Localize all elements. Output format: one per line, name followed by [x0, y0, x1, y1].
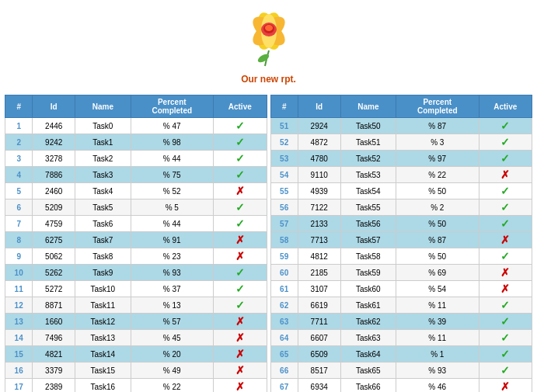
cross-icon: ✗: [235, 380, 245, 392]
page-subtitle: Our new rpt.: [0, 74, 537, 85]
check-icon: ✓: [500, 250, 510, 262]
table-row: 66: [270, 363, 298, 379]
cross-icon: ✗: [235, 315, 245, 328]
check-icon: ✓: [500, 152, 510, 165]
cross-icon: ✗: [500, 283, 510, 295]
table-row: 15: [5, 346, 33, 363]
table-row: 1660: [33, 314, 75, 330]
table-row: ✓: [479, 199, 532, 216]
table-row: ✓: [214, 199, 267, 216]
table-row: 9110: [298, 167, 340, 183]
table-row: 2: [5, 134, 33, 151]
cross-icon: ✗: [500, 266, 510, 279]
table-row: 7: [5, 216, 33, 232]
table-row: Task50: [340, 118, 396, 134]
table-row: Task1: [75, 134, 131, 151]
table-row: 6934: [298, 379, 340, 393]
table-row: 4872: [298, 134, 340, 151]
col-header-num-right: #: [270, 95, 298, 118]
table-row: ✗: [214, 330, 267, 346]
check-icon: ✓: [235, 217, 245, 230]
table-row: ✗: [479, 265, 532, 281]
table-row: ✓: [214, 297, 267, 314]
table-row: ✗: [479, 167, 532, 183]
table-row: 7496: [33, 330, 75, 346]
table-row: % 97: [396, 151, 479, 167]
table-row: 61: [270, 281, 298, 297]
table-row: 11: [5, 281, 33, 297]
table-row: 8: [5, 232, 33, 248]
table-row: 2460: [33, 183, 75, 199]
table-row: 53: [270, 151, 298, 167]
table-row: % 50: [396, 248, 479, 265]
table-row: Task54: [340, 183, 396, 199]
check-icon: ✓: [235, 266, 245, 279]
table-row: ✓: [214, 216, 267, 232]
check-icon: ✓: [500, 217, 510, 230]
table-row: ✗: [214, 363, 267, 379]
table-row: 10: [5, 265, 33, 281]
table-row: Task56: [340, 216, 396, 232]
table-row: 4: [5, 167, 33, 183]
table-row: 2446: [33, 118, 75, 134]
check-icon: ✓: [235, 299, 245, 311]
cross-icon: ✗: [235, 250, 245, 262]
table-row: ✓: [214, 167, 267, 183]
table-row: % 47: [131, 118, 213, 134]
table-row: Task13: [75, 330, 131, 346]
table-row: 8871: [33, 297, 75, 314]
table-row: Task14: [75, 346, 131, 363]
right-table: # Id Name PercentCompleted Active 512924…: [270, 95, 533, 392]
check-icon: ✓: [500, 136, 510, 148]
col-header-id-right: Id: [298, 95, 340, 118]
table-row: 5062: [33, 248, 75, 265]
table-row: 2133: [298, 216, 340, 232]
col-header-active-right: Active: [479, 95, 532, 118]
col-header-name-right: Name: [340, 95, 396, 118]
table-row: Task66: [340, 379, 396, 393]
table-row: ✓: [479, 183, 532, 199]
table-row: 3278: [33, 151, 75, 167]
table-row: % 52: [131, 183, 213, 199]
table-row: 4821: [33, 346, 75, 363]
table-row: 55: [270, 183, 298, 199]
table-row: 8517: [298, 363, 340, 379]
table-row: 3379: [33, 363, 75, 379]
table-row: Task0: [75, 118, 131, 134]
table-row: Task62: [340, 314, 396, 330]
table-row: ✗: [479, 281, 532, 297]
table-row: 9: [5, 248, 33, 265]
table-row: ✓: [479, 118, 532, 134]
table-row: ✓: [479, 248, 532, 265]
table-row: ✓: [214, 134, 267, 151]
page-header: Our new rpt.: [0, 0, 537, 95]
table-row: 3107: [298, 281, 340, 297]
table-row: Task16: [75, 379, 131, 393]
table-row: 3: [5, 151, 33, 167]
table-row: % 75: [131, 167, 213, 183]
table-row: 12: [5, 297, 33, 314]
table-row: ✓: [479, 151, 532, 167]
table-row: Task65: [340, 363, 396, 379]
col-header-name-left: Name: [75, 95, 131, 118]
table-row: 62: [270, 297, 298, 314]
table-row: 63: [270, 314, 298, 330]
table-row: ✗: [214, 183, 267, 199]
table-row: 2924: [298, 118, 340, 134]
table-row: 52: [270, 134, 298, 151]
table-row: Task61: [340, 297, 396, 314]
table-row: % 22: [131, 379, 213, 393]
table-row: % 69: [396, 265, 479, 281]
check-icon: ✓: [500, 331, 510, 344]
table-row: Task5: [75, 199, 131, 216]
table-row: ✓: [479, 216, 532, 232]
table-row: 6: [5, 199, 33, 216]
check-icon: ✓: [500, 201, 510, 213]
table-row: ✓: [479, 297, 532, 314]
table-row: 13: [5, 314, 33, 330]
table-row: ✗: [479, 232, 532, 248]
table-row: 6619: [298, 297, 340, 314]
table-row: 54: [270, 167, 298, 183]
table-row: ✓: [479, 346, 532, 363]
flower-image: [234, 8, 304, 70]
